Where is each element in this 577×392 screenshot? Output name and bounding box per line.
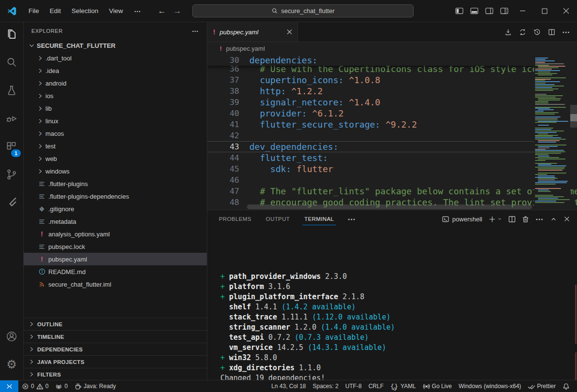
tree-item-ios[interactable]: ios <box>24 89 207 102</box>
section-outline[interactable]: OUTLINE <box>24 318 207 330</box>
activity-source-control-icon[interactable] <box>0 162 23 187</box>
terminal-output[interactable]: + path_provider_windows 2.3.0+ platform … <box>207 228 577 380</box>
panel-tab-output[interactable]: OUTPUT <box>264 210 292 228</box>
tree-item--flutter-plugins[interactable]: .flutter-plugins <box>24 177 207 190</box>
panel-tab-problems[interactable]: PROBLEMS <box>217 210 253 228</box>
activity-testing-icon[interactable] <box>0 78 23 102</box>
minimap-line <box>538 142 556 143</box>
section-filters[interactable]: FILTERS <box>24 368 207 380</box>
status-problems[interactable]: 00 <box>18 380 52 392</box>
activity-flutter-icon[interactable] <box>0 190 23 215</box>
status-language-mode[interactable]: {}YAML <box>387 380 419 392</box>
minimap-line <box>535 145 566 145</box>
activity-run-debug-icon[interactable] <box>0 106 23 131</box>
section-dependencies[interactable]: DEPENDENCIES <box>24 343 207 355</box>
menu-file[interactable]: File <box>23 7 44 15</box>
activity-extensions-icon[interactable]: 1 <box>0 134 23 159</box>
status-go-live[interactable]: Go Live <box>419 380 455 392</box>
terminal-shell-selector[interactable]: powershell <box>442 216 482 223</box>
tree-item-macos[interactable]: macos <box>24 127 207 140</box>
tree-item-analysis-options-yaml[interactable]: !analysis_options.yaml <box>24 228 207 240</box>
tree-item--dart-tool[interactable]: .dart_tool <box>24 52 207 64</box>
horizontal-scrollbar[interactable] <box>247 204 532 209</box>
minimap[interactable] <box>534 55 570 210</box>
breadcrumb[interactable]: ! pubspec.yaml <box>207 42 577 55</box>
tree-item-pubspec-yaml[interactable]: !pubspec.yaml <box>24 253 207 265</box>
maximize-panel-icon[interactable] <box>550 216 557 223</box>
close-panel-icon[interactable] <box>563 216 570 222</box>
tree-item-linux[interactable]: linux <box>24 115 207 127</box>
status-ports[interactable]: 0 <box>52 380 71 392</box>
menu-selection[interactable]: Selection <box>66 7 104 15</box>
minimap-slider[interactable] <box>570 114 577 121</box>
split-terminal-icon[interactable] <box>508 216 516 223</box>
terminal-line: string_scanner 1.2.0 (1.4.0 available) <box>220 322 577 333</box>
toggle-secondary-sidebar-icon[interactable] <box>482 0 497 22</box>
status-target[interactable]: Windows (windows-x64) <box>455 380 524 392</box>
activity-settings-icon[interactable]: ⚙ <box>0 352 23 377</box>
minimap-line <box>535 60 555 61</box>
menu-view[interactable]: View <box>104 7 129 15</box>
minimap-line <box>535 139 566 140</box>
close-button[interactable] <box>555 0 577 22</box>
tree-item-windows[interactable]: windows <box>24 165 207 177</box>
section-timeline[interactable]: TIMELINE <box>24 330 207 343</box>
status-encoding[interactable]: UTF-8 <box>342 380 365 392</box>
maximize-button[interactable] <box>534 0 555 22</box>
status-eol[interactable]: CRLF <box>365 380 387 392</box>
sticky-scroll-line[interactable]: 30dependencies: <box>207 55 534 66</box>
nav-forward-icon[interactable]: → <box>173 6 182 16</box>
status-indentation[interactable]: Spaces: 2 <box>309 380 342 392</box>
panel-tab-terminal[interactable]: TERMINAL <box>303 210 336 228</box>
tree-item--flutter-plugins-dependencies[interactable]: .flutter-plugins-dependencies <box>24 190 207 203</box>
tree-item-test[interactable]: test <box>24 140 207 152</box>
tree-item--gitignore[interactable]: .gitignore <box>24 203 207 215</box>
command-center-search[interactable]: secure_chat_flutter <box>192 4 414 17</box>
code-editor[interactable]: 30dependencies: 36 # Use with the Cupert… <box>207 55 577 210</box>
tab-pubspec-yaml[interactable]: ! pubspec.yaml <box>207 22 298 42</box>
nav-back-icon[interactable]: ← <box>158 6 166 16</box>
menu-edit[interactable]: Edit <box>44 7 66 15</box>
minimize-button[interactable] <box>512 0 534 22</box>
section-java-projects[interactable]: JAVA PROJECTS <box>24 355 207 368</box>
kill-terminal-icon[interactable] <box>522 216 529 223</box>
status-notifications[interactable] <box>559 380 573 392</box>
menu-more-icon[interactable]: ⋯ <box>129 7 147 15</box>
more-actions-icon[interactable]: ⋯ <box>562 28 570 37</box>
tree-item-android[interactable]: android <box>24 77 207 89</box>
tree-item-web[interactable]: web <box>24 152 207 165</box>
tree-item-readme-md[interactable]: README.md <box>24 265 207 278</box>
activity-explorer-icon[interactable] <box>0 22 23 46</box>
run-save-icon[interactable] <box>504 28 512 36</box>
sync-icon[interactable] <box>519 28 527 36</box>
minimap-line <box>535 102 548 103</box>
terminal-line: + xdg_directories 1.1.0 <box>220 363 577 373</box>
editor-area: ! pubspec.yaml ⋯ ! pubspec.yaml 30depend… <box>207 22 577 380</box>
status-cursor-position[interactable]: Ln 43, Col 18 <box>268 380 309 392</box>
status-prettier[interactable]: Prettier <box>524 380 559 392</box>
toggle-sidebar-icon[interactable] <box>452 0 467 22</box>
tree-item-pubspec-lock[interactable]: pubspec.lock <box>24 240 207 253</box>
tree-root-secure-chat-flutter[interactable]: SECURE_CHAT_FLUTTER <box>24 39 207 52</box>
tree-item-secure-chat-flutter-iml[interactable]: secure_chat_flutter.iml <box>24 278 207 290</box>
customize-layout-icon[interactable] <box>497 0 512 22</box>
more-terminal-actions-icon[interactable]: ⋯ <box>535 215 544 224</box>
tree-item--metadata[interactable]: .metadata <box>24 215 207 228</box>
minimap-line <box>535 101 548 102</box>
status-java[interactable]: Java: Ready <box>71 380 119 392</box>
more-actions-icon[interactable]: ⋯ <box>192 27 199 35</box>
status-remote-indicator[interactable] <box>0 380 18 392</box>
more-panel-tabs-icon[interactable]: ⋯ <box>347 215 356 224</box>
toggle-panel-icon[interactable] <box>467 0 482 22</box>
history-icon[interactable] <box>533 28 541 36</box>
tree-item--idea[interactable]: .idea <box>24 64 207 77</box>
powershell-icon <box>442 216 449 223</box>
close-tab-icon[interactable] <box>287 29 292 35</box>
activity-search-icon[interactable] <box>0 50 23 74</box>
activity-accounts-icon[interactable] <box>0 324 23 348</box>
new-terminal-button[interactable] <box>489 216 502 223</box>
minimap-line <box>538 121 568 122</box>
split-editor-icon[interactable] <box>548 28 556 36</box>
minimap-line <box>538 156 549 157</box>
tree-item-lib[interactable]: lib <box>24 102 207 115</box>
